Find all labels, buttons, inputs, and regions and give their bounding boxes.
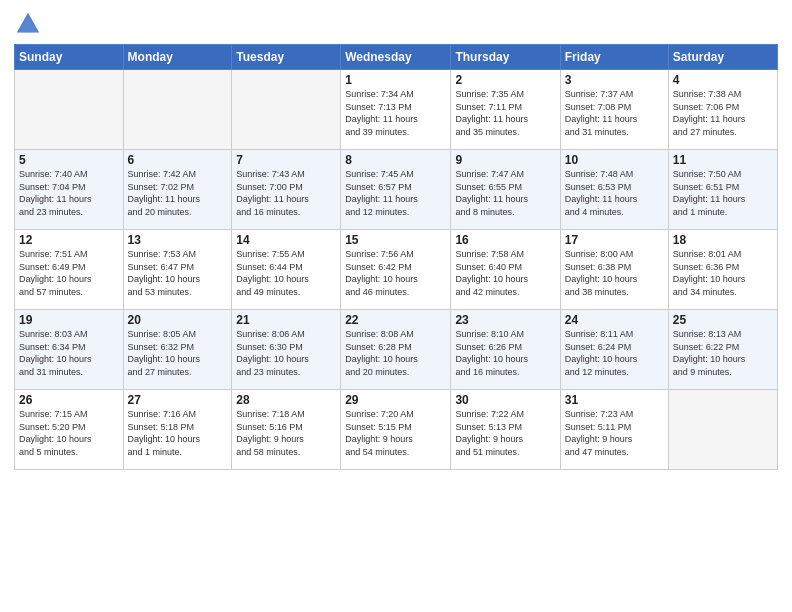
day-info: Sunrise: 8:01 AM Sunset: 6:36 PM Dayligh…: [673, 248, 773, 298]
day-info: Sunrise: 7:58 AM Sunset: 6:40 PM Dayligh…: [455, 248, 555, 298]
day-number: 8: [345, 153, 446, 167]
day-number: 18: [673, 233, 773, 247]
calendar-day-cell: 26Sunrise: 7:15 AM Sunset: 5:20 PM Dayli…: [15, 390, 124, 470]
day-info: Sunrise: 7:34 AM Sunset: 7:13 PM Dayligh…: [345, 88, 446, 138]
day-info: Sunrise: 7:56 AM Sunset: 6:42 PM Dayligh…: [345, 248, 446, 298]
day-info: Sunrise: 7:43 AM Sunset: 7:00 PM Dayligh…: [236, 168, 336, 218]
weekday-header: Thursday: [451, 45, 560, 70]
header: [14, 10, 778, 38]
calendar-day-cell: 28Sunrise: 7:18 AM Sunset: 5:16 PM Dayli…: [232, 390, 341, 470]
calendar-day-cell: [15, 70, 124, 150]
day-info: Sunrise: 7:15 AM Sunset: 5:20 PM Dayligh…: [19, 408, 119, 458]
day-info: Sunrise: 8:08 AM Sunset: 6:28 PM Dayligh…: [345, 328, 446, 378]
calendar-day-cell: 22Sunrise: 8:08 AM Sunset: 6:28 PM Dayli…: [341, 310, 451, 390]
calendar-day-cell: 21Sunrise: 8:06 AM Sunset: 6:30 PM Dayli…: [232, 310, 341, 390]
day-number: 6: [128, 153, 228, 167]
calendar-day-cell: 25Sunrise: 8:13 AM Sunset: 6:22 PM Dayli…: [668, 310, 777, 390]
day-info: Sunrise: 7:22 AM Sunset: 5:13 PM Dayligh…: [455, 408, 555, 458]
day-info: Sunrise: 8:00 AM Sunset: 6:38 PM Dayligh…: [565, 248, 664, 298]
weekday-header: Monday: [123, 45, 232, 70]
day-number: 10: [565, 153, 664, 167]
calendar-day-cell: [668, 390, 777, 470]
day-info: Sunrise: 7:55 AM Sunset: 6:44 PM Dayligh…: [236, 248, 336, 298]
day-info: Sunrise: 7:37 AM Sunset: 7:08 PM Dayligh…: [565, 88, 664, 138]
day-info: Sunrise: 7:42 AM Sunset: 7:02 PM Dayligh…: [128, 168, 228, 218]
day-number: 23: [455, 313, 555, 327]
day-info: Sunrise: 8:11 AM Sunset: 6:24 PM Dayligh…: [565, 328, 664, 378]
day-number: 12: [19, 233, 119, 247]
calendar-day-cell: 24Sunrise: 8:11 AM Sunset: 6:24 PM Dayli…: [560, 310, 668, 390]
weekday-header: Sunday: [15, 45, 124, 70]
day-number: 29: [345, 393, 446, 407]
day-number: 20: [128, 313, 228, 327]
day-number: 27: [128, 393, 228, 407]
calendar-day-cell: 31Sunrise: 7:23 AM Sunset: 5:11 PM Dayli…: [560, 390, 668, 470]
calendar-day-cell: 30Sunrise: 7:22 AM Sunset: 5:13 PM Dayli…: [451, 390, 560, 470]
weekday-header: Friday: [560, 45, 668, 70]
calendar-day-cell: 8Sunrise: 7:45 AM Sunset: 6:57 PM Daylig…: [341, 150, 451, 230]
calendar-day-cell: [123, 70, 232, 150]
day-number: 16: [455, 233, 555, 247]
day-number: 7: [236, 153, 336, 167]
weekday-header: Saturday: [668, 45, 777, 70]
day-info: Sunrise: 7:18 AM Sunset: 5:16 PM Dayligh…: [236, 408, 336, 458]
weekday-header: Wednesday: [341, 45, 451, 70]
calendar-day-cell: 5Sunrise: 7:40 AM Sunset: 7:04 PM Daylig…: [15, 150, 124, 230]
calendar-week-row: 12Sunrise: 7:51 AM Sunset: 6:49 PM Dayli…: [15, 230, 778, 310]
calendar-header-row: SundayMondayTuesdayWednesdayThursdayFrid…: [15, 45, 778, 70]
day-info: Sunrise: 8:10 AM Sunset: 6:26 PM Dayligh…: [455, 328, 555, 378]
calendar-day-cell: 19Sunrise: 8:03 AM Sunset: 6:34 PM Dayli…: [15, 310, 124, 390]
calendar-table: SundayMondayTuesdayWednesdayThursdayFrid…: [14, 44, 778, 470]
day-info: Sunrise: 7:48 AM Sunset: 6:53 PM Dayligh…: [565, 168, 664, 218]
day-number: 30: [455, 393, 555, 407]
calendar-week-row: 26Sunrise: 7:15 AM Sunset: 5:20 PM Dayli…: [15, 390, 778, 470]
day-info: Sunrise: 7:45 AM Sunset: 6:57 PM Dayligh…: [345, 168, 446, 218]
calendar-day-cell: 15Sunrise: 7:56 AM Sunset: 6:42 PM Dayli…: [341, 230, 451, 310]
day-number: 17: [565, 233, 664, 247]
calendar-day-cell: 6Sunrise: 7:42 AM Sunset: 7:02 PM Daylig…: [123, 150, 232, 230]
calendar-container: SundayMondayTuesdayWednesdayThursdayFrid…: [0, 0, 792, 612]
calendar-day-cell: 27Sunrise: 7:16 AM Sunset: 5:18 PM Dayli…: [123, 390, 232, 470]
day-info: Sunrise: 8:13 AM Sunset: 6:22 PM Dayligh…: [673, 328, 773, 378]
calendar-day-cell: 13Sunrise: 7:53 AM Sunset: 6:47 PM Dayli…: [123, 230, 232, 310]
calendar-day-cell: 23Sunrise: 8:10 AM Sunset: 6:26 PM Dayli…: [451, 310, 560, 390]
calendar-day-cell: 16Sunrise: 7:58 AM Sunset: 6:40 PM Dayli…: [451, 230, 560, 310]
calendar-day-cell: 12Sunrise: 7:51 AM Sunset: 6:49 PM Dayli…: [15, 230, 124, 310]
calendar-day-cell: 14Sunrise: 7:55 AM Sunset: 6:44 PM Dayli…: [232, 230, 341, 310]
calendar-day-cell: 29Sunrise: 7:20 AM Sunset: 5:15 PM Dayli…: [341, 390, 451, 470]
day-number: 5: [19, 153, 119, 167]
day-number: 19: [19, 313, 119, 327]
day-info: Sunrise: 7:51 AM Sunset: 6:49 PM Dayligh…: [19, 248, 119, 298]
day-number: 14: [236, 233, 336, 247]
day-number: 28: [236, 393, 336, 407]
calendar-day-cell: 11Sunrise: 7:50 AM Sunset: 6:51 PM Dayli…: [668, 150, 777, 230]
day-info: Sunrise: 7:40 AM Sunset: 7:04 PM Dayligh…: [19, 168, 119, 218]
day-number: 26: [19, 393, 119, 407]
calendar-week-row: 1Sunrise: 7:34 AM Sunset: 7:13 PM Daylig…: [15, 70, 778, 150]
calendar-day-cell: 9Sunrise: 7:47 AM Sunset: 6:55 PM Daylig…: [451, 150, 560, 230]
day-info: Sunrise: 7:16 AM Sunset: 5:18 PM Dayligh…: [128, 408, 228, 458]
day-number: 2: [455, 73, 555, 87]
day-info: Sunrise: 7:50 AM Sunset: 6:51 PM Dayligh…: [673, 168, 773, 218]
day-number: 31: [565, 393, 664, 407]
logo-icon: [14, 10, 42, 38]
day-info: Sunrise: 8:06 AM Sunset: 6:30 PM Dayligh…: [236, 328, 336, 378]
calendar-day-cell: 3Sunrise: 7:37 AM Sunset: 7:08 PM Daylig…: [560, 70, 668, 150]
day-info: Sunrise: 8:03 AM Sunset: 6:34 PM Dayligh…: [19, 328, 119, 378]
day-number: 13: [128, 233, 228, 247]
calendar-day-cell: 20Sunrise: 8:05 AM Sunset: 6:32 PM Dayli…: [123, 310, 232, 390]
calendar-day-cell: 2Sunrise: 7:35 AM Sunset: 7:11 PM Daylig…: [451, 70, 560, 150]
calendar-day-cell: [232, 70, 341, 150]
day-number: 11: [673, 153, 773, 167]
calendar-day-cell: 1Sunrise: 7:34 AM Sunset: 7:13 PM Daylig…: [341, 70, 451, 150]
day-number: 3: [565, 73, 664, 87]
day-info: Sunrise: 7:38 AM Sunset: 7:06 PM Dayligh…: [673, 88, 773, 138]
calendar-week-row: 5Sunrise: 7:40 AM Sunset: 7:04 PM Daylig…: [15, 150, 778, 230]
day-number: 15: [345, 233, 446, 247]
calendar-day-cell: 4Sunrise: 7:38 AM Sunset: 7:06 PM Daylig…: [668, 70, 777, 150]
day-number: 25: [673, 313, 773, 327]
day-info: Sunrise: 7:23 AM Sunset: 5:11 PM Dayligh…: [565, 408, 664, 458]
day-number: 4: [673, 73, 773, 87]
calendar-day-cell: 18Sunrise: 8:01 AM Sunset: 6:36 PM Dayli…: [668, 230, 777, 310]
day-number: 21: [236, 313, 336, 327]
